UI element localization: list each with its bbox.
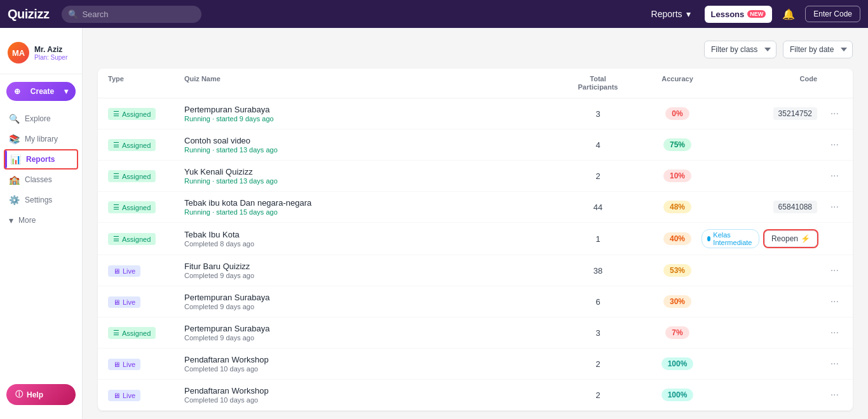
sidebar-item-settings[interactable]: ⚙️ Settings	[0, 190, 82, 210]
lessons-button[interactable]: Lessons NEW	[705, 6, 773, 23]
create-label: Create	[31, 87, 54, 96]
filter-row: Filter by class Filter by date	[98, 41, 853, 58]
more-options-button[interactable]: ···	[827, 295, 843, 309]
quiz-name: Pertempuran Surabaya	[184, 293, 557, 302]
quiz-name-cell: Fitur Baru Quizizz Completed 9 days ago	[184, 262, 557, 279]
type-label: Assigned	[122, 329, 151, 337]
search-icon: 🔍	[68, 10, 78, 19]
table-body: ☰ Assigned Pertempuran Surabaya Running …	[98, 98, 853, 411]
quiz-name: Pertempuran Surabaya	[184, 324, 557, 333]
accuracy-badge: 48%	[663, 201, 691, 213]
quiz-name-cell: Yuk Kenali Quizizz Running · started 13 …	[184, 167, 557, 185]
th-code: Code	[715, 75, 817, 91]
more-options-button[interactable]: ···	[827, 107, 843, 121]
accuracy-badge: 0%	[665, 107, 689, 120]
classes-icon: 🏫	[9, 175, 20, 185]
accuracy-cell: 75%	[639, 138, 715, 151]
type-badge: ☰ Assigned	[108, 233, 156, 245]
participants-cell: 38	[557, 266, 639, 276]
filter-by-class-select[interactable]: Filter by class	[704, 41, 776, 58]
sidebar-item-classes[interactable]: 🏫 Classes	[0, 170, 82, 190]
class-tag-label: Kelas Intermediate	[713, 231, 754, 246]
quiz-name-cell: Contoh soal video Running · started 13 d…	[184, 136, 557, 154]
notification-bell-button[interactable]: 🔔	[780, 6, 797, 23]
sidebar-item-label: Settings	[25, 196, 52, 204]
quiz-status: Completed 10 days ago	[184, 396, 557, 404]
type-badge: 🖥 Live	[108, 359, 140, 370]
participants-cell: 2	[557, 171, 639, 181]
reports-nav-button[interactable]: Reports ▾	[645, 5, 697, 23]
help-button[interactable]: ⓘ Help	[6, 384, 76, 405]
help-icon: ⓘ	[15, 389, 23, 400]
accuracy-cell: 7%	[639, 326, 715, 339]
main-content: Filter by class Filter by date Type Quiz…	[83, 28, 868, 419]
reopen-label: Reopen	[771, 234, 798, 243]
type-badge: ☰ Assigned	[108, 139, 156, 151]
th-quiz-name: Quiz name	[184, 75, 557, 91]
type-cell: 🖥 Live	[108, 265, 184, 277]
quiz-name: Yuk Kenali Quizizz	[184, 167, 557, 176]
code-value: 65841088	[773, 201, 817, 213]
more-options-button[interactable]: ···	[827, 388, 843, 402]
quiz-status: Completed 9 days ago	[184, 272, 557, 279]
type-label: Live	[123, 361, 135, 368]
quiz-status: Completed 8 days ago	[184, 240, 557, 248]
quiz-name-cell: Tebak ibu kota Dan negara-negara Running…	[184, 198, 557, 216]
table-row: ☰ Assigned Pertempuran Surabaya Running …	[98, 98, 853, 130]
type-icon: ☰	[113, 110, 119, 118]
more-options-button[interactable]: ···	[827, 357, 843, 371]
user-plan: Plan: Super	[34, 54, 67, 61]
type-badge: ☰ Assigned	[108, 201, 156, 213]
type-badge: 🖥 Live	[108, 390, 140, 401]
th-total-participants: Totalparticipants	[557, 75, 639, 91]
sidebar-item-explore[interactable]: 🔍 Explore	[0, 109, 82, 129]
type-label: Assigned	[122, 142, 151, 149]
more-options-button[interactable]: ···	[827, 200, 843, 214]
sidebar-item-reports[interactable]: 📊 Reports	[4, 149, 78, 170]
action-cell: ···	[817, 138, 843, 152]
class-dot	[707, 236, 711, 241]
type-icon: ☰	[113, 141, 119, 149]
accuracy-cell: 100%	[639, 389, 715, 401]
type-label: Live	[123, 267, 135, 275]
participants-cell: 2	[557, 390, 639, 400]
participants-cell: 44	[557, 203, 639, 212]
sidebar-item-more[interactable]: ▾ More	[0, 210, 82, 230]
create-button[interactable]: ⊕ Create ▾	[6, 82, 76, 101]
type-label: Live	[123, 392, 135, 399]
more-options-button[interactable]: ···	[827, 263, 843, 277]
user-info: MA Mr. Aziz Plan: Super	[8, 42, 74, 63]
table-row: ☰ Assigned Yuk Kenali Quizizz Running · …	[98, 161, 853, 192]
reports-icon: 📊	[10, 154, 21, 164]
type-icon: ☰	[113, 329, 119, 337]
type-cell: 🖥 Live	[108, 389, 184, 401]
accuracy-cell: 53%	[639, 264, 715, 277]
search-input[interactable]	[62, 6, 201, 23]
settings-icon: ⚙️	[9, 195, 20, 205]
accuracy-cell: 100%	[639, 357, 715, 370]
action-cell: ···	[817, 107, 843, 121]
filter-by-date-select[interactable]: Filter by date	[783, 41, 853, 58]
table-row: ☰ Assigned Contoh soal video Running · s…	[98, 130, 853, 161]
app-logo: Quizizz	[8, 7, 49, 22]
accuracy-cell: 0%	[639, 107, 715, 120]
lessons-label: Lessons	[711, 10, 745, 19]
more-options-button[interactable]: ···	[827, 326, 843, 340]
reopen-button[interactable]: Reopen ⚡	[764, 230, 817, 247]
more-options-button[interactable]: ···	[827, 138, 843, 152]
type-icon: ☰	[113, 235, 119, 243]
user-section: MA Mr. Aziz Plan: Super	[0, 36, 82, 74]
action-cell: ···	[817, 357, 843, 371]
chevron-down-icon: ▾	[686, 9, 691, 19]
more-options-button[interactable]: ···	[827, 169, 843, 183]
type-cell: 🖥 Live	[108, 358, 184, 370]
type-label: Assigned	[122, 110, 151, 118]
user-details: Mr. Aziz Plan: Super	[34, 45, 67, 61]
type-cell: ☰ Assigned	[108, 107, 184, 120]
quiz-name-cell: Pendaftaran Workshop Completed 10 days a…	[184, 386, 557, 404]
enter-code-button[interactable]: Enter Code	[805, 6, 860, 22]
sidebar-item-my-library[interactable]: 📚 My library	[0, 129, 82, 149]
participants-cell: 6	[557, 297, 639, 307]
type-label: Assigned	[122, 204, 151, 211]
action-cell: ···	[817, 169, 843, 183]
